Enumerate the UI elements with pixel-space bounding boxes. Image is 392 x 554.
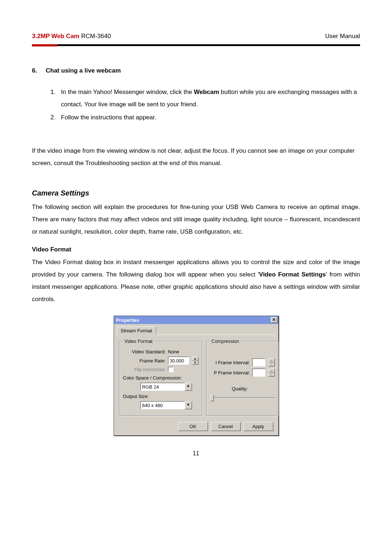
frame-rate-spinner[interactable]: ▲ ▼ bbox=[192, 357, 199, 365]
color-space-value[interactable] bbox=[140, 383, 185, 391]
page-number: 11 bbox=[32, 450, 360, 457]
product-name-red: 3.2MP Web Cam bbox=[32, 33, 79, 40]
p-frame-input bbox=[252, 369, 265, 377]
color-space-select[interactable]: ▼ bbox=[140, 383, 192, 391]
ok-button[interactable]: OK bbox=[178, 422, 208, 431]
doc-type-label: User Manual bbox=[325, 33, 360, 40]
quality-slider[interactable] bbox=[210, 394, 275, 402]
page-header: 3.2MP Web Cam RCM-3640 User Manual bbox=[32, 33, 360, 40]
group-compression-legend: Compression bbox=[210, 338, 241, 344]
label-p-frame: P Frame Interval: bbox=[210, 370, 250, 376]
chevron-down-icon[interactable]: ▼ bbox=[185, 401, 192, 409]
camera-settings-heading: Camera Settings bbox=[32, 189, 360, 197]
product-title: 3.2MP Web Cam RCM-3640 bbox=[32, 33, 111, 40]
chevron-up-icon: ▲ bbox=[268, 358, 275, 362]
flip-horizontal-checkbox[interactable] bbox=[168, 367, 173, 372]
frame-rate-input[interactable] bbox=[168, 357, 189, 365]
label-quality: Quality: bbox=[232, 386, 248, 391]
output-size-value[interactable] bbox=[140, 401, 185, 409]
i-frame-spinner: ▲ ▼ bbox=[268, 358, 275, 366]
section-6-heading: 6.Chat using a live webcam bbox=[32, 67, 360, 74]
chevron-down-icon[interactable]: ▼ bbox=[192, 361, 199, 365]
section-6-steps: In the main Yahoo! Messenger window, cli… bbox=[32, 86, 360, 124]
tab-stream-format[interactable]: Stream Format bbox=[117, 327, 156, 335]
camera-settings-intro: The following section will explain the p… bbox=[32, 201, 360, 238]
chevron-down-icon: ▼ bbox=[268, 362, 275, 366]
group-video-format: Video Format Video Standard: None Frame … bbox=[119, 338, 203, 416]
label-frame-rate: Frame Rate: bbox=[123, 358, 166, 364]
section-title: Chat using a live webcam bbox=[46, 67, 121, 74]
label-video-standard: Video Standard: bbox=[123, 349, 166, 354]
section-number: 6. bbox=[32, 67, 46, 74]
label-flip-horizontal: Flip Horizontal: bbox=[123, 367, 166, 372]
label-i-frame: I Frame Interval: bbox=[210, 360, 250, 365]
dialog-title: Properties bbox=[116, 317, 139, 323]
video-format-paragraph: The Video Format dialog box in instant m… bbox=[32, 256, 360, 305]
label-color-space: Color Space / Compression: bbox=[123, 375, 199, 381]
group-video-format-legend: Video Format bbox=[123, 338, 154, 344]
header-rule bbox=[32, 44, 360, 46]
slider-track bbox=[210, 397, 275, 398]
focus-paragraph: If the video image from the viewing wind… bbox=[32, 145, 360, 169]
label-output-size: Output Size: bbox=[123, 394, 199, 399]
chevron-up-icon[interactable]: ▲ bbox=[192, 357, 199, 361]
output-size-select[interactable]: ▼ bbox=[140, 401, 192, 409]
product-model: RCM-3640 bbox=[79, 33, 111, 40]
chevron-down-icon: ▼ bbox=[268, 373, 275, 377]
slider-thumb[interactable] bbox=[210, 395, 214, 401]
close-icon[interactable]: ✕ bbox=[271, 317, 277, 323]
properties-dialog: Properties ✕ Stream Format Video Format … bbox=[114, 316, 279, 436]
chevron-down-icon[interactable]: ▼ bbox=[185, 383, 192, 391]
group-compression: Compression I Frame Interval: ▲ ▼ bbox=[206, 338, 279, 416]
apply-button[interactable]: Apply bbox=[244, 422, 273, 431]
i-frame-input bbox=[252, 358, 265, 366]
step-2: Follow the instructions that appear. bbox=[57, 111, 360, 124]
cancel-button[interactable]: Cancel bbox=[211, 422, 241, 431]
chevron-up-icon: ▲ bbox=[268, 369, 275, 373]
video-format-heading: Video Format bbox=[32, 246, 360, 253]
p-frame-spinner: ▲ ▼ bbox=[268, 369, 275, 377]
dialog-titlebar[interactable]: Properties ✕ bbox=[114, 316, 278, 324]
value-video-standard: None bbox=[168, 349, 179, 354]
step-1: In the main Yahoo! Messenger window, cli… bbox=[57, 86, 360, 111]
